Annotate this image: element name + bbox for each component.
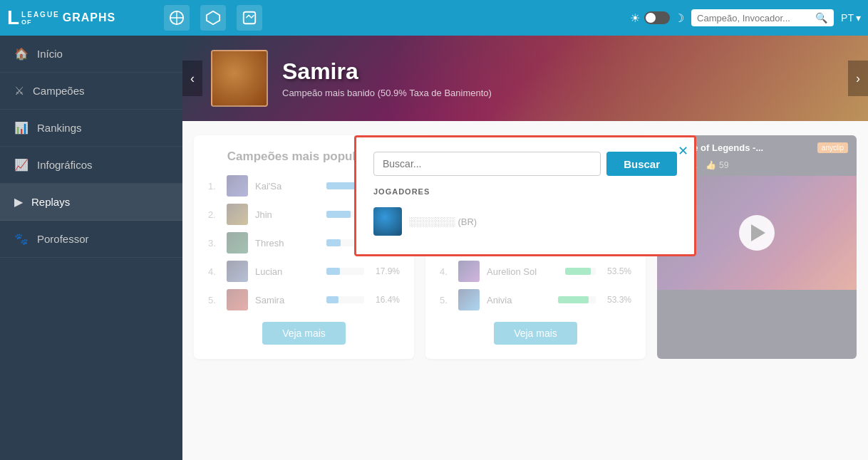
sidebar-item-replays[interactable]: ▶ Replays: [0, 184, 182, 221]
banner-nav-right[interactable]: ›: [848, 61, 868, 96]
logo[interactable]: L LEAGUE OF GRAPHS: [7, 6, 150, 29]
game-icons: [164, 5, 616, 31]
header: L LEAGUE OF GRAPHS ☀ ☽ 🔍 PT: [0, 0, 868, 36]
main-search-input[interactable]: [697, 13, 811, 23]
search-result-avatar-inner: [373, 207, 402, 236]
banner-content: Samira Campeão mais banido (50.9% Taxa d…: [182, 50, 520, 107]
banner-champion-name: Samira: [282, 58, 492, 85]
search-input[interactable]: [373, 152, 601, 176]
sidebar-label-porofessor: Porofessor: [37, 233, 89, 245]
lang-selector[interactable]: PT ▾: [841, 12, 861, 23]
search-result-username: ░░░░░░░: [409, 216, 455, 227]
svg-marker-1: [207, 11, 219, 24]
lang-text: PT: [841, 12, 854, 23]
main-search-bar[interactable]: 🔍: [691, 9, 834, 26]
home-icon: 🏠: [14, 47, 29, 61]
sidebar-item-porofessor[interactable]: 🐾 Porofessor: [0, 221, 182, 258]
banner-champion-subtitle: Campeão mais banido (50.9% Taxa de Banim…: [282, 88, 492, 98]
banner-nav-left[interactable]: ‹: [182, 61, 202, 96]
search-row: Buscar: [373, 152, 677, 176]
search-overlay: ✕ Buscar JOGADORES ░░░░░░░ (BR): [182, 121, 868, 460]
sidebar-label-rankings: Rankings: [37, 122, 82, 134]
logo-of-text: OF: [21, 19, 60, 26]
sun-icon: ☀: [630, 11, 640, 25]
moon-icon: ☽: [674, 11, 684, 25]
main-layout: 🏠 Início ⚔ Campeões 📊 Rankings 📈 Infográ…: [0, 36, 868, 460]
search-button[interactable]: Buscar: [606, 152, 677, 176]
search-result-name: ░░░░░░░ (BR): [409, 216, 477, 227]
sidebar-item-campeoes[interactable]: ⚔ Campeões: [0, 73, 182, 110]
sidebar-item-rankings[interactable]: 📊 Rankings: [0, 110, 182, 147]
header-right: ☀ ☽ 🔍 PT ▾: [630, 9, 861, 26]
toggle-switch[interactable]: [644, 11, 670, 24]
sword-icon: ⚔: [14, 84, 24, 98]
search-result-item[interactable]: ░░░░░░░ (BR): [373, 203, 677, 240]
tft-icon[interactable]: [200, 5, 226, 31]
sidebar: 🏠 Início ⚔ Campeões 📊 Rankings 📈 Infográ…: [0, 36, 182, 460]
search-icon[interactable]: 🔍: [815, 12, 827, 23]
bar-chart-icon: 📈: [14, 158, 29, 172]
search-box: ✕ Buscar JOGADORES ░░░░░░░ (BR): [354, 135, 696, 256]
sidebar-item-infograficos[interactable]: 📈 Infográficos: [0, 147, 182, 184]
champion-portrait: [212, 51, 267, 105]
sidebar-label-inicio: Início: [37, 48, 63, 60]
poro-icon: 🐾: [14, 232, 29, 246]
chevron-down-icon: ▾: [856, 12, 861, 23]
logo-graphs-text: GRAPHS: [63, 11, 115, 24]
wr-icon[interactable]: [237, 5, 262, 31]
search-result-region: (BR): [458, 216, 477, 227]
banner-text: Samira Campeão mais banido (50.9% Taxa d…: [282, 58, 492, 98]
toggle-knob: [646, 13, 656, 23]
sidebar-label-infograficos: Infográficos: [37, 159, 93, 171]
theme-toggle[interactable]: ☀ ☽: [630, 11, 684, 25]
chart-icon: 📊: [14, 121, 29, 135]
sidebar-label-campeoes: Campeões: [33, 85, 85, 97]
sidebar-item-inicio[interactable]: 🏠 Início: [0, 36, 182, 73]
champion-banner: ‹ Samira Campeão mais banido (50.9% Taxa…: [182, 36, 868, 121]
logo-league-text: LEAGUE: [21, 11, 60, 19]
close-button[interactable]: ✕: [678, 143, 688, 159]
search-section-label: JOGADORES: [373, 187, 677, 196]
sidebar-label-replays: Replays: [31, 196, 70, 208]
champion-banner-image: [211, 50, 268, 107]
content: ‹ Samira Campeão mais banido (50.9% Taxa…: [182, 36, 868, 460]
svg-rect-2: [244, 12, 256, 24]
play-icon: ▶: [14, 195, 23, 209]
content-area: ✕ Buscar JOGADORES ░░░░░░░ (BR): [182, 121, 868, 460]
search-result-avatar: [373, 207, 402, 236]
lol-icon[interactable]: [164, 5, 190, 31]
